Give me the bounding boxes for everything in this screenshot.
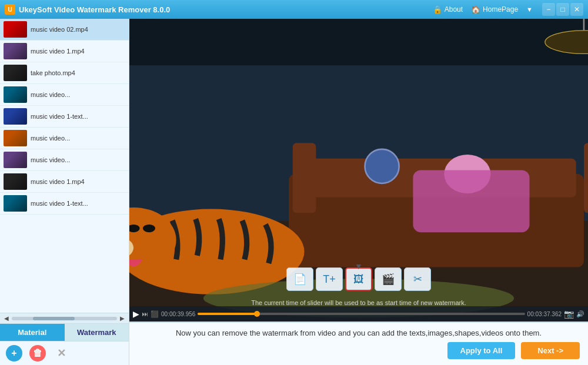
scroll-right-arrow[interactable]: ▶	[118, 314, 126, 323]
maximize-button[interactable]: □	[556, 3, 569, 16]
current-time-label: 00:00:39.956	[161, 311, 195, 317]
bottom-actions: Apply to All Next ->	[138, 342, 580, 359]
trash-icon: 🗑	[33, 348, 42, 359]
delete-button[interactable]: 🗑	[29, 345, 46, 361]
main-layout: music video 02.mp4 music video 1.mp4 tak…	[0, 19, 588, 365]
window-controls: − □ ✕	[542, 3, 583, 16]
homepage-nav-item[interactable]: 🏠 HomePage	[471, 5, 518, 14]
volume-button[interactable]: 🔊	[576, 310, 584, 318]
horizontal-scrollbar[interactable]: ◀ ▶	[0, 313, 129, 323]
add-image-btn[interactable]: ▼🖼	[345, 267, 372, 291]
remove-button[interactable]: ✕	[53, 345, 69, 361]
file-name-label: music video 1.mp4	[31, 178, 85, 185]
titlebar: U UkeySoft Video Watermark Remover 8.0.0…	[0, 0, 588, 19]
about-nav-item[interactable]: 🔒 About	[433, 5, 463, 14]
add-video-icon: 🎬	[382, 273, 395, 286]
file-list-item[interactable]: music video...	[0, 84, 129, 106]
file-thumbnail	[4, 130, 27, 146]
add-button[interactable]: +	[6, 345, 22, 361]
file-list-item[interactable]: music video 1-text...	[0, 193, 129, 215]
file-name-label: music video 1-text...	[31, 113, 88, 120]
svg-rect-9	[293, 143, 316, 213]
add-shape-btn[interactable]: ✂	[404, 267, 431, 291]
svg-point-14	[143, 225, 155, 232]
file-list-item[interactable]: music video 02.mp4	[0, 19, 129, 41]
sidebar: music video 02.mp4 music video 1.mp4 tak…	[0, 19, 129, 365]
close-button[interactable]: ✕	[570, 3, 583, 16]
skip-forward-button[interactable]: ⏭	[142, 310, 148, 317]
file-name-label: music video...	[31, 135, 70, 142]
play-button[interactable]: ▶	[133, 309, 139, 319]
thumb-image	[4, 108, 27, 125]
next-button[interactable]: Next ->	[521, 342, 580, 359]
about-label: About	[445, 5, 463, 14]
chevron-down-icon: ▼	[526, 6, 533, 13]
file-name-label: music video...	[31, 156, 70, 163]
thumb-image	[4, 130, 27, 146]
minimize-button[interactable]: −	[542, 3, 555, 16]
app-title: UkeySoft Video Watermark Remover 8.0.0	[19, 5, 429, 14]
video-overlay-toolbar: 📄T+▼🖼🎬✂	[286, 267, 431, 291]
file-name-label: music video 02.mp4	[31, 26, 88, 33]
file-name-label: music video...	[31, 91, 70, 98]
file-list-item[interactable]: take photo.mp4	[0, 62, 129, 84]
video-info-bar: The current time of slider will be used …	[129, 299, 588, 306]
apply-to-all-button[interactable]: Apply to All	[447, 342, 516, 359]
tab-bar: Material Watermark	[0, 323, 129, 341]
svg-rect-8	[584, 143, 588, 213]
app-icon: U	[5, 4, 15, 15]
tab-material[interactable]: Material	[0, 324, 65, 341]
progress-thumb[interactable]	[254, 311, 260, 317]
bottom-panel: Now you can remove the watermark from vi…	[129, 322, 588, 365]
svg-point-18	[365, 149, 399, 183]
file-name-label: music video 1.mp4	[31, 48, 85, 55]
progress-bar[interactable]	[198, 313, 524, 315]
tab-watermark[interactable]: Watermark	[65, 324, 129, 341]
add-file-icon: 📄	[293, 273, 306, 286]
file-thumbnail	[4, 21, 27, 38]
homepage-label: HomePage	[483, 5, 518, 14]
file-list-item[interactable]: music video...	[0, 149, 129, 171]
file-thumbnail	[4, 86, 27, 103]
thumb-image	[4, 173, 27, 190]
add-text-icon: T+	[323, 273, 336, 286]
file-thumbnail	[4, 65, 27, 81]
scroll-thumb[interactable]	[33, 317, 75, 320]
thumb-image	[4, 65, 27, 81]
file-name-label: music video 1-text...	[31, 200, 88, 207]
thumb-image	[4, 86, 27, 103]
scroll-track[interactable]	[12, 317, 117, 320]
titlebar-nav: 🔒 About 🏠 HomePage ▼	[433, 5, 533, 14]
content-area: 📄T+▼🖼🎬✂ The current time of slider will …	[129, 19, 588, 365]
file-list-item[interactable]: music video 1-text...	[0, 106, 129, 128]
video-controls: ▶ ⏭ ⬛ 00:00:39.956 00:03:37.362 📷 🔊	[129, 306, 588, 322]
file-thumbnail	[4, 173, 27, 190]
home-icon: 🏠	[471, 5, 480, 14]
file-thumbnail	[4, 43, 27, 59]
lock-icon: 🔒	[433, 5, 442, 14]
file-list-item[interactable]: music video 1.mp4	[0, 171, 129, 193]
tooltip-arrow: ▼	[355, 262, 363, 271]
file-list-item[interactable]: music video...	[0, 128, 129, 149]
bottom-message: Now you can remove the watermark from vi…	[138, 329, 580, 337]
scroll-left-arrow[interactable]: ◀	[2, 314, 11, 323]
svg-rect-2	[129, 19, 588, 65]
svg-rect-16	[413, 170, 529, 233]
dropdown-nav-item[interactable]: ▼	[526, 6, 533, 13]
add-video-btn[interactable]: 🎬	[375, 267, 402, 291]
add-text-btn[interactable]: T+	[316, 267, 343, 291]
thumb-image	[4, 195, 27, 212]
add-shape-icon: ✂	[413, 273, 422, 286]
screenshot-button[interactable]: 📷	[564, 309, 574, 319]
add-image-icon: 🖼	[353, 273, 364, 286]
file-thumbnail	[4, 195, 27, 212]
add-file-btn[interactable]: 📄	[286, 267, 313, 291]
file-thumbnail	[4, 108, 27, 125]
thumb-image	[4, 21, 27, 38]
total-time-label: 00:03:37.362	[527, 311, 562, 317]
file-list-item[interactable]: music video 1.mp4	[0, 41, 129, 62]
thumb-image	[4, 152, 27, 168]
stop-button[interactable]: ⬛	[151, 310, 159, 318]
file-name-label: take photo.mp4	[31, 69, 75, 76]
video-hint-text: The current time of slider will be used …	[181, 299, 536, 306]
